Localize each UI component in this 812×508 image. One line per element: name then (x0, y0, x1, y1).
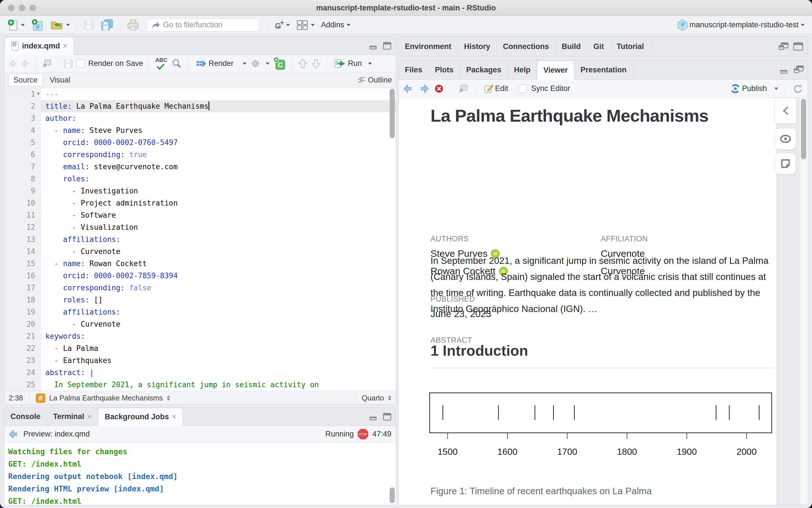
editor-line[interactable]: 18 roles: [] (4, 294, 396, 306)
back-to-jobs-icon[interactable] (9, 429, 19, 439)
minimize-pane-icon[interactable] (369, 413, 379, 421)
save-doc-icon[interactable] (64, 59, 73, 69)
run-next-icon[interactable] (311, 58, 321, 69)
editor-line[interactable]: 8 roles: (4, 173, 396, 185)
minimize-pane-icon[interactable] (369, 42, 379, 50)
insert-chunk-button[interactable]: C (273, 57, 286, 70)
tab-git[interactable]: Git (587, 37, 611, 56)
editor-line[interactable]: 23 - Earthquakes (4, 354, 396, 367)
viewer-scrollbar-thumb[interactable] (801, 99, 806, 159)
editor-line[interactable]: 19 affiliations: (4, 306, 396, 318)
render-button[interactable]: Render (194, 58, 235, 70)
editor-line[interactable]: 22 - La Palma (4, 342, 396, 354)
save-button[interactable] (82, 18, 96, 32)
visual-mode-button[interactable]: Visual (45, 74, 76, 86)
run-caret-icon[interactable] (368, 62, 372, 65)
line-number[interactable]: 15 (4, 258, 41, 270)
viewer-back-icon[interactable] (403, 84, 414, 94)
minimize-pane-icon[interactable] (780, 66, 790, 74)
line-number[interactable]: 5 (4, 136, 41, 149)
viewer-forward-icon[interactable] (418, 84, 429, 94)
line-number[interactable]: 2 (4, 100, 41, 112)
line-number[interactable]: 19 (4, 306, 41, 318)
tab-terminal[interactable]: Terminal× (47, 408, 98, 425)
editor-line[interactable]: 20 - Curvenote (4, 318, 396, 330)
tab-build[interactable]: Build (556, 37, 587, 56)
line-number[interactable]: 3 (4, 112, 41, 124)
maximize-pane-icon[interactable] (793, 42, 804, 51)
tab-history[interactable]: History (458, 37, 497, 56)
editor-line[interactable]: 21keywords: (4, 330, 396, 342)
close-tab-icon[interactable]: × (172, 412, 176, 421)
editor-line[interactable]: 2title: La Palma Earthquake Mechanisms (4, 100, 396, 112)
settings-gear-icon[interactable] (250, 58, 261, 69)
tab-background-jobs[interactable]: Background Jobs× (98, 408, 182, 426)
viewer-popout-icon[interactable] (458, 84, 468, 93)
line-number[interactable]: 4 (4, 124, 41, 136)
code-editor[interactable]: 1---2title: La Palma Earthquake Mechanis… (4, 88, 396, 391)
addins-button[interactable]: Addins (319, 19, 352, 31)
editor-line[interactable]: 15 - name: Rowan Cockett (4, 258, 396, 270)
refresh-icon[interactable] (792, 83, 803, 94)
editor-line[interactable]: 17 corresponding: false (4, 282, 396, 294)
viewer-scrollbar[interactable] (800, 98, 807, 505)
tab-presentation[interactable]: Presentation (574, 60, 633, 79)
tab-files[interactable]: Files (399, 60, 429, 79)
line-number[interactable]: 13 (4, 234, 41, 246)
find-icon[interactable] (171, 58, 182, 69)
editor-line[interactable]: 10 - Project administration (4, 197, 396, 209)
editor-line[interactable]: 16 orcid: 0000-0002-7859-8394 (4, 270, 396, 282)
line-number[interactable]: 8 (4, 173, 41, 185)
editor-line[interactable]: 9 - Investigation (4, 185, 396, 197)
section-breadcrumb[interactable]: La Palma Earthquake Mechanisms (49, 394, 163, 403)
version-control-button[interactable]: + − G (273, 18, 292, 32)
new-file-button[interactable] (6, 18, 27, 32)
sync-editor-checkbox[interactable] (518, 84, 527, 93)
restore-pane-icon[interactable] (778, 42, 789, 51)
tab-packages[interactable]: Packages (460, 60, 508, 79)
line-number[interactable]: 10 (4, 197, 41, 209)
close-tab-icon[interactable]: × (63, 41, 67, 50)
line-number[interactable]: 18 (4, 294, 41, 306)
restore-pane-icon[interactable] (793, 65, 804, 75)
editor-line[interactable]: 14 - Curvenote (4, 246, 396, 258)
file-type-selector-icon[interactable] (388, 395, 391, 401)
save-all-button[interactable] (99, 18, 115, 32)
file-type-label[interactable]: Quarto (362, 394, 384, 403)
open-file-button[interactable] (48, 18, 72, 32)
editor-line[interactable]: 4 - name: Steve Purves (4, 124, 396, 136)
collapse-toc-button[interactable] (775, 98, 797, 124)
back-icon[interactable] (8, 59, 17, 69)
editor-line[interactable]: 7 email: steve@curvenote.com (4, 161, 396, 173)
tab-console[interactable]: Console (4, 408, 47, 425)
editor-line[interactable]: 25 In September 2021, a significant jump… (4, 379, 396, 391)
line-number[interactable]: 17 (4, 282, 41, 294)
clear-viewer-icon[interactable] (434, 83, 444, 94)
editor-scrollbar-thumb[interactable] (390, 89, 395, 138)
tab-tutorial[interactable]: Tutorial (611, 37, 651, 56)
forward-icon[interactable] (21, 59, 30, 69)
project-menu-button[interactable]: R manuscript-template-rstudio-test (675, 18, 806, 32)
section-selector-icon[interactable] (167, 395, 170, 401)
editor-line[interactable]: 12 - Visualization (4, 221, 396, 234)
editor-line[interactable]: 24abstract: | (4, 367, 396, 379)
run-button[interactable]: Run (333, 57, 364, 70)
tab-viewer[interactable]: Viewer (537, 60, 574, 80)
line-number[interactable]: 20 (4, 318, 41, 330)
editor-line[interactable]: 11 - Software (4, 209, 396, 221)
line-number[interactable]: 23 (4, 354, 41, 367)
publish-caret-icon[interactable] (774, 88, 778, 90)
tab-plots[interactable]: Plots (429, 60, 460, 79)
popout-icon[interactable] (42, 59, 52, 69)
line-number[interactable]: 1 (4, 88, 41, 100)
outline-button[interactable]: Outline (358, 76, 392, 84)
publish-button[interactable]: Publish (728, 82, 769, 95)
line-number[interactable]: 7 (4, 161, 41, 173)
tab-index-qmd[interactable]: index.qmd × (4, 37, 74, 55)
goto-file-input[interactable] (163, 20, 253, 29)
source-mode-button[interactable]: Source (8, 74, 43, 86)
close-tab-icon[interactable]: × (87, 412, 91, 421)
reader-view-button[interactable] (775, 128, 796, 150)
render-caret-icon[interactable] (243, 62, 247, 65)
print-button[interactable] (125, 18, 141, 32)
